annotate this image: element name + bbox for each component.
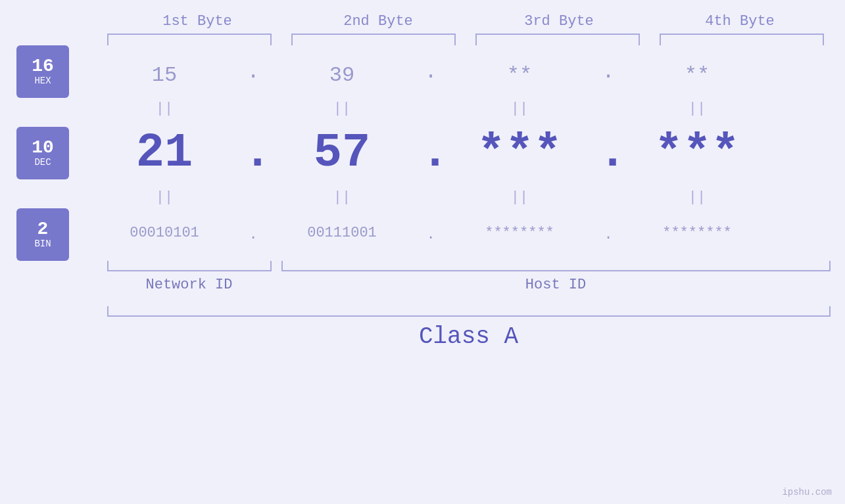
bin-columns: 00010101 . 00111001 . ******** . *******… [85, 218, 845, 251]
sep1-col3: || [441, 98, 598, 120]
bin-col4: ******** [618, 218, 776, 251]
sep1-col1: || [85, 98, 243, 120]
top-brackets [107, 34, 831, 45]
dec-col4: *** [618, 120, 776, 187]
dec-num: 10 [32, 139, 54, 157]
hex-dot2: . [421, 60, 441, 84]
dec-dot3: . [598, 126, 618, 180]
bracket-byte2 [291, 34, 456, 45]
sep2-col2: || [263, 187, 421, 208]
dec-base: DEC [34, 157, 51, 168]
dec-col2: 57 [263, 120, 421, 187]
hex-col1: 15 [85, 50, 243, 94]
bracket-byte4 [660, 34, 824, 45]
bracket-byte3 [475, 34, 640, 45]
sep1-col2: || [263, 98, 421, 120]
sep2-col4: || [618, 187, 776, 208]
hex-dot1: . [243, 60, 263, 84]
hex-base: HEX [34, 76, 51, 87]
hex-col2: 39 [263, 50, 421, 94]
sep-row1: || || || || [0, 98, 845, 120]
dec-label-area: 10 DEC [0, 127, 85, 179]
bin-col1: 00010101 [85, 218, 243, 251]
bin-col3: ******** [441, 218, 598, 251]
hex-columns: 15 . 39 . ** . ** [85, 50, 845, 94]
sep2-col3: || [441, 187, 598, 208]
host-id-label: Host ID [281, 277, 831, 293]
bin-base: BIN [34, 239, 51, 250]
hex-num: 16 [32, 57, 54, 76]
dec-col1: 21 [85, 120, 243, 187]
sep-row2: || || || || [0, 187, 845, 208]
bottom-brackets [107, 261, 831, 271]
byte-headers: 1st Byte 2nd Byte 3rd Byte 4th Byte [107, 13, 831, 30]
sep2-columns: || || || || [85, 187, 845, 208]
dec-col3: *** [441, 120, 598, 187]
dec-label-box: 10 DEC [16, 127, 69, 179]
sep1-columns: || || || || [85, 98, 845, 120]
dec-dot1: . [243, 126, 263, 180]
bin-dot1: . [243, 227, 263, 243]
net-bracket [107, 261, 272, 271]
dec-columns: 21 . 57 . *** . *** [85, 120, 845, 187]
bottom-section: Network ID Host ID [107, 261, 831, 293]
bin-row: 2 BIN 00010101 . 00111001 . ******** . *… [0, 208, 845, 261]
id-labels: Network ID Host ID [107, 277, 831, 293]
watermark: ipshu.com [782, 487, 832, 497]
main-container: 1st Byte 2nd Byte 3rd Byte 4th Byte 16 H… [0, 0, 845, 504]
hex-dot3: . [598, 60, 618, 84]
bin-col2: 00111001 [263, 218, 421, 251]
dec-dot2: . [421, 126, 441, 180]
bin-label-area: 2 BIN [0, 208, 85, 261]
bin-dot3: . [598, 227, 618, 243]
bracket-byte1 [107, 34, 272, 45]
bin-label-box: 2 BIN [16, 208, 69, 261]
sep1-col4: || [618, 98, 776, 120]
byte4-header: 4th Byte [661, 13, 819, 30]
class-label: Class A [107, 323, 831, 350]
hex-label-area: 16 HEX [0, 45, 85, 98]
byte3-header: 3rd Byte [480, 13, 638, 30]
byte2-header: 2nd Byte [299, 13, 457, 30]
network-id-label: Network ID [107, 277, 272, 293]
hex-col3: ** [441, 50, 598, 94]
host-bracket [281, 261, 831, 271]
byte1-header: 1st Byte [118, 13, 276, 30]
hex-col4: ** [618, 50, 776, 94]
hex-label-box: 16 HEX [16, 45, 69, 98]
bin-num: 2 [37, 220, 49, 239]
class-bracket [107, 306, 831, 317]
hex-row: 16 HEX 15 . 39 . ** . ** [0, 45, 845, 98]
bin-dot2: . [421, 227, 441, 243]
sep2-col1: || [85, 187, 243, 208]
dec-row: 10 DEC 21 . 57 . *** . *** [0, 120, 845, 187]
class-section: Class A [107, 306, 831, 350]
